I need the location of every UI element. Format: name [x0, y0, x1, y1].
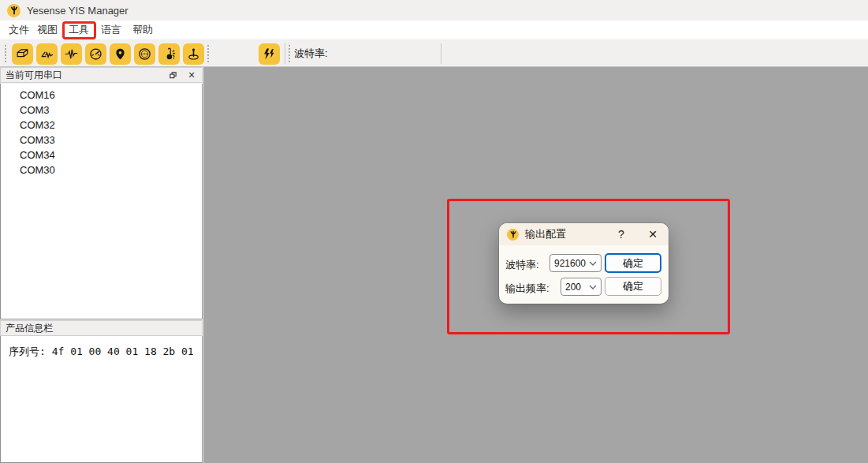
toolbar: UTC COM16 波特率: 921600 关闭串口: [0, 40, 868, 67]
dialog-title-bar: 输出配置 ? ✕: [499, 223, 669, 245]
attitude-waveform-icon[interactable]: [36, 43, 58, 65]
main-canvas: 输出配置 ? ✕ 波特率: 921600 确定 输出频率: 200 确定: [203, 67, 868, 463]
dialog-baud-value: 921600: [554, 258, 586, 269]
product-info-panel: 序列号: 4f 01 00 40 01 18 2b 01 软件版本号: YIS3…: [0, 336, 203, 463]
port-list: COM16 COM3 COM32 COM33 COM34 COM30: [0, 84, 203, 319]
info-panel-header: 产品信息栏: [0, 320, 203, 336]
gauge-icon[interactable]: [85, 43, 106, 65]
dialog-freq-value: 200: [565, 282, 581, 293]
title-bar: Yesense YIS Manager: [0, 0, 868, 21]
workspace: 当前可用串口 ✕ COM16 COM3 COM32 COM33 COM34 CO…: [0, 67, 868, 463]
float-panel-button[interactable]: [167, 69, 178, 80]
app-logo-icon: [7, 4, 20, 17]
port-list-item[interactable]: COM3: [1, 103, 202, 118]
port-list-item[interactable]: COM16: [1, 88, 202, 103]
left-dock: 当前可用串口 ✕ COM16 COM3 COM32 COM33 COM34 CO…: [0, 67, 203, 463]
port-list-item[interactable]: COM33: [1, 133, 202, 147]
svg-text:UTC: UTC: [141, 52, 148, 56]
chevron-down-icon: [589, 261, 597, 266]
serial-number-line: 序列号: 4f 01 00 40 01 18 2b 01: [9, 345, 194, 359]
raw-waveform-icon[interactable]: [61, 43, 82, 65]
magnetometer-icon[interactable]: [183, 43, 204, 65]
gps-location-icon[interactable]: [110, 43, 131, 65]
menu-language[interactable]: 语言: [101, 21, 121, 39]
output-config-dialog: 输出配置 ? ✕ 波特率: 921600 确定 输出频率: 200 确定: [499, 223, 669, 304]
toolbar-separator: [441, 43, 441, 64]
dialog-freq-select[interactable]: 200: [561, 278, 602, 296]
port-list-item[interactable]: COM30: [1, 162, 202, 177]
toolbar-grip[interactable]: [5, 45, 6, 62]
app-window: Yesense YIS Manager 文件 视图 工具 语言 帮助 UTC: [0, 0, 868, 463]
toolbar-grip[interactable]: [289, 45, 290, 62]
close-panel-button[interactable]: ✕: [186, 69, 197, 80]
temperature-icon[interactable]: [158, 43, 180, 65]
dialog-baud-select[interactable]: 921600: [549, 254, 602, 272]
dialog-freq-label: 输出频率:: [505, 282, 549, 296]
toolbar-grip[interactable]: [207, 45, 209, 62]
toolbar-separator: [285, 43, 285, 64]
baud-rate-label: 波特率:: [294, 40, 328, 66]
utc-clock-icon[interactable]: UTC: [134, 43, 155, 65]
dialog-logo-icon: [507, 229, 519, 241]
ports-panel-title: 当前可用串口: [6, 69, 62, 82]
port-list-item[interactable]: COM34: [1, 147, 202, 162]
dialog-close-button[interactable]: ✕: [642, 223, 664, 245]
dialog-title: 输出配置: [525, 227, 566, 241]
menu-bar: 文件 视图 工具 语言 帮助: [0, 21, 868, 40]
refresh-ports-icon[interactable]: [259, 43, 280, 65]
window-title: Yesense YIS Manager: [27, 5, 129, 17]
dialog-baud-ok-button[interactable]: 确定: [605, 253, 661, 273]
menu-file[interactable]: 文件: [9, 21, 29, 39]
menu-view[interactable]: 视图: [37, 21, 58, 39]
chevron-down-icon: [589, 285, 597, 289]
3d-model-icon[interactable]: [12, 43, 33, 65]
info-panel-title: 产品信息栏: [6, 322, 53, 335]
dialog-baud-label: 波特率:: [505, 258, 539, 272]
menu-help[interactable]: 帮助: [132, 21, 153, 39]
port-list-item[interactable]: COM32: [1, 118, 202, 133]
dialog-freq-ok-button[interactable]: 确定: [605, 277, 661, 296]
menu-tools[interactable]: 工具: [69, 21, 89, 39]
ports-panel-header: 当前可用串口 ✕: [0, 67, 203, 83]
dialog-help-button[interactable]: ?: [612, 223, 631, 245]
